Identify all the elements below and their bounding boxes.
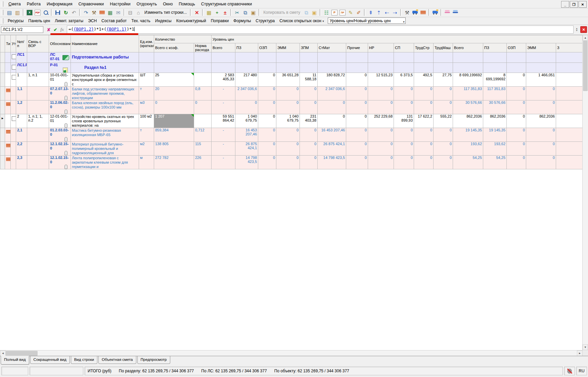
- value-cell[interactable]: 0: [346, 128, 368, 142]
- vertical-scrollbar[interactable]: ▲ ▼: [582, 35, 588, 350]
- value-cell[interactable]: 0: [346, 142, 368, 156]
- row-marker[interactable]: [0, 142, 5, 156]
- code-cell[interactable]: 12-01-001-01: [49, 114, 71, 128]
- value-cell[interactable]: [556, 100, 583, 114]
- row-type-cell[interactable]: [5, 128, 11, 142]
- paste-clipboard-button[interactable]: ▣: [310, 9, 318, 16]
- subcol-base-9[interactable]: ТрудСтр: [414, 43, 434, 52]
- panel-button-0[interactable]: Ресурсы: [5, 18, 26, 24]
- norm-cell[interactable]: 115: [194, 142, 212, 156]
- machines-button[interactable]: ⌂: [134, 9, 142, 16]
- approve-checkbox[interactable]: [12, 65, 16, 70]
- value-cell[interactable]: [556, 156, 583, 169]
- value-cell[interactable]: 8 699,199692: [453, 73, 483, 87]
- value-cell[interactable]: [453, 52, 483, 63]
- value-cell[interactable]: 0: [368, 142, 394, 156]
- subcol-base-1[interactable]: ПЗ: [235, 43, 258, 52]
- quantity-cell[interactable]: 0: [154, 100, 194, 114]
- scroll-right-icon[interactable]: ►: [577, 350, 583, 356]
- horizontal-scroll-thumb[interactable]: [6, 351, 38, 356]
- value-cell[interactable]: 0: [507, 128, 526, 142]
- norm-base-button[interactable]: ☷: [322, 9, 330, 16]
- value-cell[interactable]: 14 798 423,5: [318, 156, 346, 169]
- expand-tree-button[interactable]: ▤: [5, 9, 13, 16]
- row-marker[interactable]: [0, 156, 5, 169]
- horizontal-scrollbar[interactable]: ◄ ►: [0, 350, 583, 356]
- unit-cell[interactable]: [139, 52, 154, 63]
- subcol-base-8[interactable]: СП: [394, 43, 414, 52]
- value-cell[interactable]: 0: [507, 142, 526, 156]
- value-cell[interactable]: 0: [394, 87, 414, 100]
- value-cell[interactable]: 492,5: [414, 73, 434, 87]
- approve-checkbox[interactable]: [12, 116, 16, 121]
- value-cell[interactable]: 2 347 036,6: [235, 87, 258, 100]
- value-cell[interactable]: [318, 63, 346, 73]
- value-cell[interactable]: 0: [368, 128, 394, 142]
- code-cell[interactable]: 12.1.02.15-0: [49, 142, 71, 156]
- quantity-cell[interactable]: 20: [154, 87, 194, 100]
- move-up-alt-button[interactable]: ⇡: [375, 9, 383, 16]
- value-cell[interactable]: 0: [258, 114, 276, 128]
- comment-button[interactable]: ✉: [114, 9, 122, 16]
- works-button[interactable]: ⚒: [403, 9, 411, 16]
- value-cell[interactable]: [300, 52, 318, 63]
- toolbar-grip[interactable]: [1, 18, 3, 24]
- subcol-base-3[interactable]: ЭММ: [276, 43, 300, 52]
- value-cell[interactable]: 0: [394, 100, 414, 114]
- delete-row-button[interactable]: ✕: [193, 9, 201, 16]
- value-cell[interactable]: 0: [526, 128, 556, 142]
- value-cell[interactable]: 0: [414, 87, 434, 100]
- value-cell[interactable]: 0: [394, 156, 414, 169]
- row-type-cell[interactable]: [5, 63, 11, 73]
- value-cell[interactable]: 0: [318, 114, 346, 128]
- value-cell[interactable]: [526, 63, 556, 73]
- panel-button-4[interactable]: Состав работ: [99, 18, 129, 24]
- value-cell[interactable]: 0: [507, 87, 526, 100]
- value-cell[interactable]: 0: [258, 142, 276, 156]
- move-up-button[interactable]: ⇞: [367, 9, 375, 16]
- row-type-cell[interactable]: [5, 52, 11, 63]
- norm-cell[interactable]: 0,8: [194, 87, 212, 100]
- value-cell[interactable]: 0: [346, 156, 368, 169]
- copy-pages-button[interactable]: ⧉: [302, 9, 310, 16]
- row-marker[interactable]: [0, 100, 5, 114]
- value-cell[interactable]: [556, 73, 583, 87]
- value-cell[interactable]: 19 145,35: [453, 128, 483, 142]
- value-cell[interactable]: 14 798 423,5: [235, 156, 258, 169]
- name-cell[interactable]: Укрупнительная сборка и установка констр…: [71, 73, 139, 87]
- value-cell[interactable]: 117 351,83: [453, 87, 483, 100]
- value-cell[interactable]: 8 699,199692: [483, 73, 507, 87]
- vor-link-cell[interactable]: 1, п.1; 1, п.2: [27, 114, 49, 128]
- value-cell[interactable]: 0: [258, 128, 276, 142]
- value-cell[interactable]: -: [212, 142, 235, 156]
- value-cell[interactable]: 0: [507, 114, 526, 128]
- value-cell[interactable]: 0: [434, 87, 453, 100]
- unit-cell[interactable]: м: [139, 156, 154, 169]
- name-cell[interactable]: Балка клееная хвойных пород (ель, сосна)…: [71, 100, 139, 114]
- value-cell[interactable]: [556, 142, 583, 156]
- panel-button-9[interactable]: Формулы: [231, 18, 253, 24]
- value-cell[interactable]: [434, 52, 453, 63]
- panel-button-5[interactable]: Тех. часть: [129, 18, 152, 24]
- value-cell[interactable]: [556, 52, 583, 63]
- subcol-current-4[interactable]: З: [556, 43, 583, 52]
- value-cell[interactable]: 0: [235, 100, 258, 114]
- value-cell[interactable]: 59 551 864,42: [212, 114, 235, 128]
- value-cell[interactable]: 0: [346, 100, 368, 114]
- row-number-cell[interactable]: ЛС1: [16, 52, 27, 63]
- row-type-cell[interactable]: [5, 114, 11, 128]
- row-marker[interactable]: [0, 128, 5, 142]
- equipment-button[interactable]: ▦: [106, 9, 114, 16]
- value-cell[interactable]: [394, 63, 414, 73]
- value-cell[interactable]: 0: [368, 87, 394, 100]
- value-cell[interactable]: [453, 63, 483, 73]
- cell-reference-input[interactable]: ЛС1.P1.V2: [1, 26, 43, 33]
- panel-button-3[interactable]: ЭСН: [86, 18, 99, 24]
- value-cell[interactable]: 30 576,66: [453, 100, 483, 114]
- unit-cell[interactable]: м2: [139, 142, 154, 156]
- value-cell[interactable]: 0: [318, 100, 346, 114]
- row-number-cell[interactable]: 2: [16, 114, 27, 128]
- value-cell[interactable]: 0: [434, 142, 453, 156]
- value-cell[interactable]: 0: [300, 87, 318, 100]
- view-tab-1[interactable]: Сокращенный вид: [30, 356, 70, 364]
